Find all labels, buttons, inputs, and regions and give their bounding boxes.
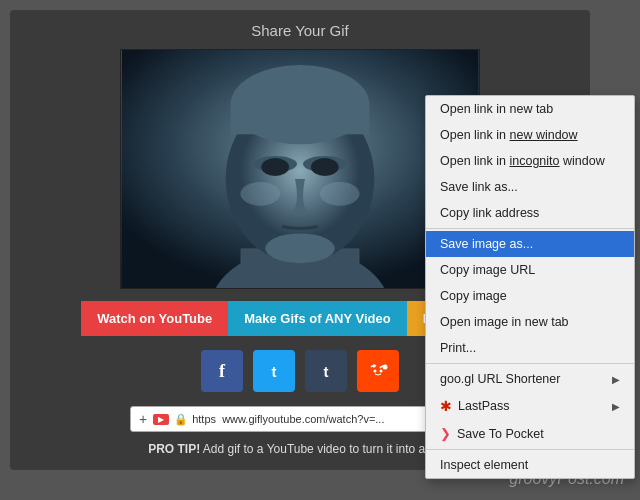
svg-point-10 <box>241 182 281 206</box>
ctx-separator-1 <box>426 228 634 229</box>
ctx-lastpass-arrow: ▶ <box>612 401 620 412</box>
pro-tip: PRO TIP! Add gif to a YouTube video to t… <box>148 442 452 456</box>
ctx-open-new-window[interactable]: Open link in new window <box>426 122 634 148</box>
svg-point-12 <box>265 233 334 263</box>
page-title: Share Your Gif <box>251 22 349 39</box>
pocket-icon: ❯ <box>440 426 451 441</box>
svg-point-13 <box>368 361 388 381</box>
ctx-copy-image-url[interactable]: Copy image URL <box>426 257 634 283</box>
ctx-separator-2 <box>426 363 634 364</box>
svg-point-11 <box>320 182 360 206</box>
social-buttons: f t t <box>201 350 399 392</box>
ctx-save-image-as[interactable]: Save image as... <box>426 231 634 257</box>
context-menu: Open link in new tab Open link in new wi… <box>425 95 635 479</box>
pro-tip-text: Add gif to a YouTube video to turn it in… <box>203 442 452 456</box>
svg-point-9 <box>311 158 339 176</box>
make-gifs-button[interactable]: Make Gifs of ANY Video <box>228 301 406 336</box>
ctx-save-link[interactable]: Save link as... <box>426 174 634 200</box>
url-bar[interactable]: + ▶ 🔒 https www.giflyoutube.com/watch?v=… <box>130 406 470 432</box>
ctx-copy-link[interactable]: Copy link address <box>426 200 634 226</box>
svg-point-15 <box>380 370 383 373</box>
tumblr-button[interactable]: t <box>305 350 347 392</box>
ctx-save-pocket[interactable]: ❯ Save To Pocket <box>426 420 634 447</box>
url-browser-icon: ▶ <box>153 414 169 425</box>
url-plus-icon: + <box>139 411 147 427</box>
svg-point-14 <box>374 370 377 373</box>
svg-rect-5 <box>231 105 370 135</box>
ctx-print[interactable]: Print... <box>426 335 634 361</box>
facebook-button[interactable]: f <box>201 350 243 392</box>
ctx-goo-gl[interactable]: goo.gl URL Shortener ▶ <box>426 366 634 392</box>
reddit-button[interactable] <box>357 350 399 392</box>
lastpass-icon: ✱ <box>440 398 452 414</box>
ctx-lastpass[interactable]: ✱ LastPass ▶ <box>426 392 634 420</box>
watch-youtube-button[interactable]: Watch on YouTube <box>81 301 228 336</box>
ctx-separator-3 <box>426 449 634 450</box>
ctx-goo-gl-arrow: ▶ <box>612 374 620 385</box>
ctx-open-incognito[interactable]: Open link in incognito window <box>426 148 634 174</box>
url-lock-icon: 🔒 <box>174 413 188 426</box>
twitter-button[interactable]: t <box>253 350 295 392</box>
svg-point-8 <box>261 158 289 176</box>
ctx-copy-image[interactable]: Copy image <box>426 283 634 309</box>
ctx-open-new-tab[interactable]: Open link in new tab <box>426 96 634 122</box>
ctx-inspect[interactable]: Inspect element <box>426 452 634 478</box>
ctx-open-image-new-tab[interactable]: Open image in new tab <box>426 309 634 335</box>
url-text: https www.giflyoutube.com/watch?v=... <box>192 413 384 425</box>
